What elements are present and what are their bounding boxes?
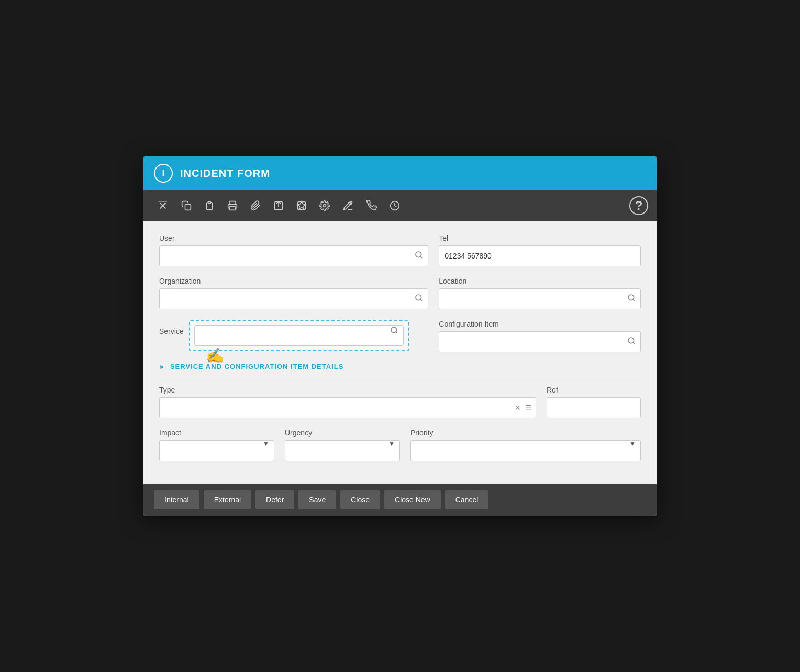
- ref-input[interactable]: [547, 397, 641, 418]
- type-input[interactable]: [159, 397, 536, 418]
- user-tel-row: User Tel: [159, 234, 641, 266]
- tel-input[interactable]: [439, 245, 641, 266]
- impact-group: Impact ▼: [159, 429, 274, 461]
- close-new-button[interactable]: Close New: [384, 490, 441, 509]
- svg-point-18: [391, 327, 397, 333]
- org-location-row: Organization Location: [159, 277, 641, 309]
- cursor-pointer: ✍: [206, 347, 224, 364]
- config-item-input-wrapper: [439, 331, 641, 352]
- type-ref-row: Type ✕ ☰ Ref: [159, 386, 641, 418]
- service-config-row: Service ✍ Configuration Item: [159, 320, 641, 352]
- service-input[interactable]: [194, 325, 404, 346]
- svg-point-14: [416, 295, 421, 300]
- svg-point-20: [628, 338, 634, 343]
- modal-title: INCIDENT FORM: [180, 167, 270, 180]
- org-group: Organization: [159, 277, 428, 309]
- modal-header: I INCIDENT FORM: [143, 156, 657, 190]
- edit-text-icon[interactable]: AB: [337, 196, 359, 216]
- priority-select-wrapper: ▼: [410, 440, 641, 461]
- urgency-group: Urgency ▼: [285, 429, 400, 461]
- svg-rect-4: [208, 202, 211, 204]
- import-icon[interactable]: [268, 196, 289, 215]
- org-search-icon[interactable]: [414, 293, 424, 305]
- type-menu-icon[interactable]: ☰: [525, 404, 532, 412]
- type-icons: ✕ ☰: [515, 404, 532, 412]
- config-item-search-icon[interactable]: [626, 335, 637, 348]
- print-icon[interactable]: [222, 196, 243, 215]
- tel-group: Tel: [439, 234, 641, 266]
- type-label: Type: [159, 386, 536, 394]
- svg-rect-5: [230, 207, 235, 210]
- config-item-input[interactable]: [439, 331, 641, 352]
- user-search-icon[interactable]: [414, 250, 424, 262]
- ref-input-wrapper: [547, 397, 641, 418]
- service-left: Service ✍: [159, 320, 428, 351]
- org-input-wrapper: [159, 288, 428, 309]
- clipboard-icon[interactable]: [199, 196, 220, 215]
- modal-footer: Internal External Defer Save Close Close…: [143, 484, 657, 516]
- svg-point-16: [628, 295, 634, 300]
- service-dashed-box: ✍: [189, 320, 409, 351]
- defer-button[interactable]: Defer: [255, 490, 294, 509]
- priority-select[interactable]: [410, 440, 641, 461]
- location-label: Location: [439, 277, 641, 285]
- service-search-icon[interactable]: [389, 325, 399, 338]
- location-input-wrapper: [439, 288, 641, 309]
- urgency-select-wrapper: ▼: [285, 440, 400, 461]
- impact-select-wrapper: ▼: [159, 440, 274, 461]
- paperclip-icon[interactable]: [245, 196, 266, 215]
- user-input-wrapper: [159, 245, 428, 266]
- internal-button[interactable]: Internal: [154, 490, 199, 509]
- svg-line-17: [633, 299, 635, 301]
- urgency-label: Urgency: [285, 429, 400, 437]
- settings-icon[interactable]: [314, 196, 335, 215]
- urgency-select[interactable]: [285, 440, 400, 461]
- svg-line-15: [420, 299, 422, 301]
- priority-label: Priority: [410, 429, 641, 437]
- ref-group: Ref: [547, 386, 641, 418]
- type-clear-icon[interactable]: ✕: [515, 404, 521, 412]
- external-button[interactable]: External: [204, 490, 251, 509]
- cancel-button[interactable]: Cancel: [445, 490, 489, 509]
- section-header-label: SERVICE AND CONFIGURATION ITEM DETAILS: [170, 363, 343, 371]
- location-search-icon[interactable]: [626, 293, 637, 305]
- location-group: Location: [439, 277, 641, 309]
- svg-line-13: [420, 256, 422, 258]
- copy-icon[interactable]: [176, 196, 197, 215]
- svg-rect-3: [185, 205, 191, 210]
- impact-urgency-priority-row: Impact ▼ Urgency ▼ Priority: [159, 429, 641, 461]
- form-area: User Tel Organizati: [143, 221, 657, 484]
- svg-point-9: [324, 205, 326, 207]
- close-button[interactable]: Close: [340, 490, 380, 509]
- config-item-group: Configuration Item: [439, 320, 641, 352]
- header-icon: I: [154, 164, 173, 183]
- priority-group: Priority ▼: [410, 429, 641, 461]
- svg-line-21: [633, 342, 635, 344]
- service-input-wrapper: [194, 325, 404, 346]
- user-input[interactable]: [159, 245, 428, 266]
- service-config-details-section[interactable]: ► SERVICE AND CONFIGURATION ITEM DETAILS: [159, 363, 641, 377]
- svg-line-19: [396, 332, 397, 333]
- location-input[interactable]: [439, 288, 641, 309]
- tel-input-wrapper: [439, 245, 641, 266]
- section-arrow-icon: ►: [159, 363, 166, 371]
- type-group: Type ✕ ☰: [159, 386, 536, 418]
- org-label: Organization: [159, 277, 428, 285]
- tel-label: Tel: [439, 234, 641, 242]
- help-button[interactable]: ?: [629, 196, 648, 215]
- unpin-icon[interactable]: [152, 196, 174, 216]
- type-input-wrapper: ✕ ☰: [159, 397, 536, 418]
- user-group: User: [159, 234, 428, 266]
- service-label: Service: [159, 320, 184, 335]
- svg-text:AB: AB: [347, 201, 352, 206]
- impact-label: Impact: [159, 429, 274, 437]
- phone-icon[interactable]: [361, 196, 382, 215]
- org-input[interactable]: [159, 288, 428, 309]
- config-item-label: Configuration Item: [439, 320, 641, 328]
- user-label: User: [159, 234, 428, 242]
- pin2-icon[interactable]: [291, 196, 312, 215]
- impact-select[interactable]: [159, 440, 274, 461]
- save-button[interactable]: Save: [298, 490, 336, 509]
- ref-label: Ref: [547, 386, 641, 394]
- clock-icon[interactable]: [384, 196, 405, 215]
